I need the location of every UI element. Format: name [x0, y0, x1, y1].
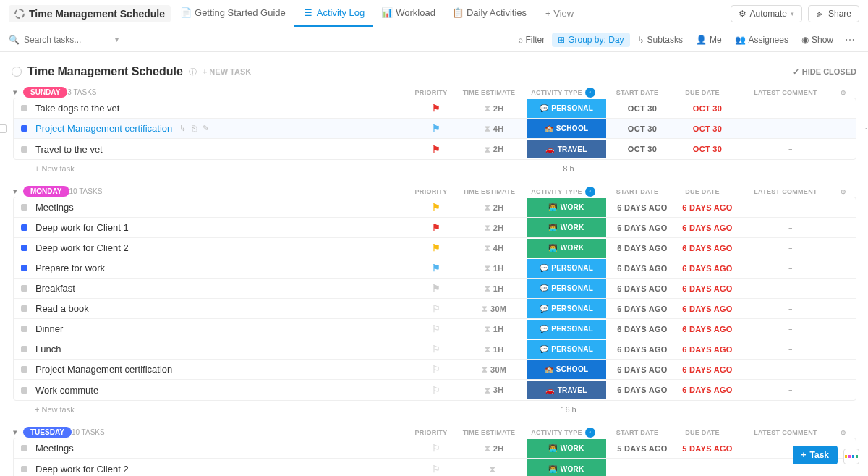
col-latest-comment[interactable]: LATEST COMMENT: [735, 429, 836, 436]
row-more-button[interactable]: ⋯: [864, 123, 868, 135]
status-square[interactable]: [14, 144, 34, 155]
priority-cell[interactable]: ⚐: [411, 443, 461, 454]
more-button[interactable]: ⋯: [841, 34, 859, 46]
task-row[interactable]: Prepare for work ⚑ ⧗1h 💬PERSONAL 6 days …: [14, 258, 856, 279]
start-date-cell[interactable]: Oct 30: [610, 104, 675, 113]
task-name[interactable]: Dinner: [34, 323, 411, 334]
col-time-estimate[interactable]: TIME ESTIMATE: [456, 429, 522, 436]
time-estimate-cell[interactable]: ⧗1h: [461, 324, 527, 333]
task-row[interactable]: Read a book ⚐ ⧗30m 💬PERSONAL 6 days ago …: [14, 299, 856, 319]
due-date-cell[interactable]: 6 days ago: [675, 345, 740, 354]
subtasks-button[interactable]: ↳Subtasks: [631, 33, 689, 47]
due-date-cell[interactable]: 6 days ago: [675, 203, 740, 212]
due-date-cell[interactable]: 5 days ago: [675, 444, 740, 453]
status-square[interactable]: [14, 464, 34, 475]
col-start-date[interactable]: START DATE: [605, 188, 670, 195]
col-priority[interactable]: PRIORITY: [406, 188, 456, 195]
activity-type-cell[interactable]: 👨‍💻WORK: [527, 439, 610, 458]
due-date-cell[interactable]: Oct 30: [675, 104, 740, 113]
activity-type-cell[interactable]: 🚗TRAVEL: [527, 381, 610, 399]
new-task-inline[interactable]: + New task: [35, 164, 75, 173]
activity-type-cell[interactable]: 🚗TRAVEL: [527, 140, 610, 158]
col-due-date[interactable]: DUE DATE: [670, 89, 735, 96]
task-row[interactable]: Deep work for Client 2 ⚐ ⧗ 👨‍💻WORK – ⋯: [14, 459, 856, 476]
due-date-cell[interactable]: Oct 30: [675, 124, 740, 133]
task-name[interactable]: Project Management certification: [34, 364, 411, 375]
task-name[interactable]: Deep work for Client 2: [34, 464, 411, 475]
status-square[interactable]: [14, 323, 34, 334]
search-chevron-icon[interactable]: ▾: [115, 35, 119, 43]
status-square[interactable]: [14, 364, 34, 375]
task-row[interactable]: Breakfast ⚑ ⧗1h 💬PERSONAL 6 days ago 6 d…: [14, 279, 856, 299]
task-name[interactable]: Deep work for Client 2: [34, 242, 411, 253]
col-priority[interactable]: PRIORITY: [406, 429, 456, 436]
status-square[interactable]: [14, 283, 34, 294]
status-square[interactable]: [14, 303, 34, 314]
filter-button[interactable]: ⌕Filter: [512, 33, 551, 47]
assignees-button[interactable]: 👥Assignees: [729, 33, 794, 47]
start-date-cell[interactable]: 6 days ago: [610, 365, 675, 374]
priority-cell[interactable]: ⚐: [411, 303, 461, 314]
priority-cell[interactable]: ⚑: [411, 144, 461, 155]
task-name[interactable]: Read a book: [34, 303, 411, 314]
status-square[interactable]: [14, 443, 34, 454]
time-estimate-cell[interactable]: ⧗1h: [461, 263, 527, 273]
priority-cell[interactable]: ⚐: [411, 464, 461, 475]
priority-cell[interactable]: ⚑: [411, 202, 461, 213]
activity-type-cell[interactable]: 💬PERSONAL: [527, 320, 610, 339]
activity-type-cell[interactable]: 👨‍💻WORK: [527, 459, 610, 476]
start-date-cell[interactable]: 6 days ago: [610, 224, 675, 232]
priority-cell[interactable]: ⚑: [411, 283, 461, 294]
group-toggle[interactable]: ▾: [13, 428, 23, 437]
priority-cell[interactable]: ⚐: [411, 344, 461, 354]
groupby-button[interactable]: ⊞Group by: Day: [552, 33, 629, 47]
comment-cell[interactable]: –: [740, 366, 841, 373]
comment-cell[interactable]: –: [740, 326, 841, 333]
start-date-cell[interactable]: 5 days ago: [610, 444, 675, 453]
time-estimate-cell[interactable]: ⧗30m: [461, 365, 527, 374]
time-estimate-cell[interactable]: ⧗: [461, 464, 527, 474]
floating-apps-button[interactable]: [843, 449, 859, 464]
comment-cell[interactable]: –: [740, 145, 841, 153]
add-column-button[interactable]: ⊕: [836, 429, 851, 436]
col-activity-type[interactable]: ACTIVITY TYPE↑: [522, 428, 605, 438]
task-row[interactable]: Meetings ⚑ ⧗2h 👨‍💻WORK 6 days ago 6 days…: [14, 197, 856, 218]
comment-cell[interactable]: –: [740, 125, 841, 132]
activity-type-cell[interactable]: 💬PERSONAL: [527, 99, 610, 118]
view-tab-activity-log[interactable]: ☰Activity Log: [294, 0, 373, 27]
start-date-cell[interactable]: 6 days ago: [610, 264, 675, 273]
me-button[interactable]: 👤Me: [690, 33, 728, 47]
start-date-cell[interactable]: 6 days ago: [610, 325, 675, 333]
comment-cell[interactable]: –: [740, 224, 841, 231]
task-row[interactable]: Work commute ⚐ ⧗3h 🚗TRAVEL 6 days ago 6 …: [14, 380, 856, 400]
status-square[interactable]: [14, 103, 34, 114]
new-task-link[interactable]: + NEW TASK: [203, 67, 251, 76]
col-latest-comment[interactable]: LATEST COMMENT: [735, 89, 836, 96]
start-date-cell[interactable]: 6 days ago: [610, 284, 675, 293]
status-square[interactable]: [14, 123, 34, 134]
time-estimate-cell[interactable]: ⧗4h: [461, 243, 527, 252]
task-name[interactable]: Take dogs to the vet: [34, 103, 411, 114]
group-toggle[interactable]: ▾: [13, 88, 23, 97]
activity-type-cell[interactable]: 👨‍💻WORK: [527, 239, 610, 258]
comment-cell[interactable]: –: [740, 245, 841, 252]
add-view[interactable]: + View: [537, 8, 582, 19]
priority-cell[interactable]: ⚑: [411, 263, 461, 273]
col-latest-comment[interactable]: LATEST COMMENT: [735, 188, 836, 195]
comment-cell[interactable]: –: [740, 386, 841, 394]
due-date-cell[interactable]: 6 days ago: [675, 284, 740, 293]
show-button[interactable]: ◉Show: [796, 33, 839, 47]
task-row[interactable]: Deep work for Client 1 ⚑ ⧗2h 👨‍💻WORK 6 d…: [14, 218, 856, 238]
col-due-date[interactable]: DUE DATE: [670, 188, 735, 195]
day-pill[interactable]: MONDAY: [23, 186, 69, 197]
task-row[interactable]: Travel to the vet ⚑ ⧗2h 🚗TRAVEL Oct 30 O…: [14, 139, 856, 159]
activity-type-cell[interactable]: 🏫SCHOOL: [527, 119, 610, 138]
task-row[interactable]: Meetings ⚐ ⧗2h 👨‍💻WORK 5 days ago 5 days…: [14, 438, 856, 459]
comment-cell[interactable]: –: [740, 346, 841, 353]
time-estimate-cell[interactable]: ⧗2h: [461, 145, 527, 154]
col-time-estimate[interactable]: TIME ESTIMATE: [456, 89, 522, 96]
activity-type-cell[interactable]: 💬PERSONAL: [527, 299, 610, 318]
priority-cell[interactable]: ⚑: [411, 222, 461, 233]
task-row[interactable]: Dinner ⚐ ⧗1h 💬PERSONAL 6 days ago 6 days…: [14, 319, 856, 339]
col-start-date[interactable]: START DATE: [605, 429, 670, 436]
